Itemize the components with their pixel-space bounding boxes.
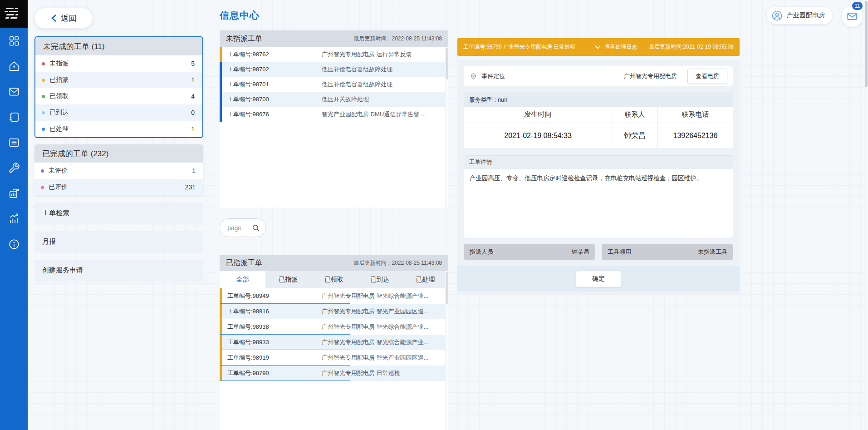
unread-count-badge: 11 — [851, 1, 863, 11]
status-dot — [42, 95, 45, 98]
status-bar — [220, 92, 222, 107]
column-header-contact: 联系人 — [612, 107, 658, 123]
category-row-processed[interactable]: 已处理 1 — [35, 121, 202, 137]
count-badge: 1 — [192, 167, 196, 174]
search-icon[interactable] — [252, 224, 260, 232]
back-button[interactable]: 返回 — [34, 8, 93, 29]
work-detail-box: 工单详情 产业园高压、专变、低压电房定时巡检检查记录，充电桩充电站巡视检查，园区… — [464, 155, 733, 238]
assigned-panel-title: 已指派工单 — [226, 258, 262, 268]
scrollbar-thumb[interactable] — [865, 1, 868, 87]
left-panel: 返回 未完成的工单 (11) 未指派 5 已指派 1 已领取 4 已到达 — [34, 0, 203, 281]
status-bar — [220, 62, 222, 77]
order-row[interactable]: 工单编号:98676 智光产业园配电房 DMU通信异常告警 ... — [220, 107, 448, 122]
mail-icon[interactable] — [8, 86, 20, 98]
apps-icon[interactable] — [8, 35, 20, 47]
nav-create-service-request[interactable]: 创建服务申请 — [34, 260, 203, 281]
nav-monthly-report[interactable]: 月报 — [34, 231, 203, 252]
work-detail-label: 工单详情 — [464, 156, 733, 169]
nav-order-search[interactable]: 工单检索 — [34, 203, 203, 224]
panel-scrollbar[interactable] — [445, 47, 448, 208]
report-icon[interactable] — [8, 188, 20, 199]
status-bar — [220, 107, 222, 122]
home-energy-icon[interactable] — [8, 60, 20, 72]
contact-table: 发生时间 联系人 联系电话 2021-02-19 08:54:33 钟荣昌 13… — [464, 106, 733, 149]
unassigned-orders-panel: 未指派工单 最后更新时间：2022-08-25 11:43:08 工单编号:98… — [220, 30, 448, 208]
category-row-arrived[interactable]: 已到达 0 — [35, 104, 202, 121]
order-row-selected[interactable]: 工单编号:98790 广州智光专用配电房 日常巡检 — [220, 366, 448, 381]
status-dot — [42, 79, 45, 82]
order-row[interactable]: 工单编号:98762 广州智光专用配电房 运行异常反馈 — [220, 47, 448, 62]
unfinished-orders-card: 未完成的工单 (11) 未指派 5 已指派 1 已领取 4 已到达 0 — [34, 36, 203, 138]
status-dot — [42, 62, 45, 65]
list-icon[interactable] — [8, 137, 20, 148]
wrench-icon[interactable] — [8, 162, 20, 174]
work-detail-content: 产业园高压、专变、低压电房定时巡检检查记录，充电桩充电站巡视检查，园区维护。 — [464, 169, 733, 238]
table-row: 2021-02-19 08:54:33 钟荣昌 13926452136 — [464, 123, 733, 149]
user-account-chip[interactable]: 产业园配电房 — [767, 7, 832, 24]
assigned-order-list: 工单编号:98949 广州智光专用配电房 智光综合能源产业... 工单编号:98… — [220, 288, 448, 381]
tab-all[interactable]: 全部 — [220, 271, 265, 288]
banner-order-title: 工单编号:98790 广州智光专用配电房 日常巡检 — [463, 43, 575, 51]
back-label: 返回 — [61, 13, 77, 24]
order-row[interactable]: 工单编号:98919 广州智光专用配电房 智光产业园园区巡... — [220, 350, 448, 366]
view-log-button[interactable]: 查看处理日志 — [594, 43, 637, 51]
status-dot — [41, 169, 44, 173]
assigned-status-tabs: 全部 已指派 已领取 已到达 已处理 — [220, 271, 448, 288]
order-row[interactable]: 工单编号:98700 低压开关故障处理 — [220, 92, 448, 107]
page-search-input[interactable] — [227, 224, 248, 232]
tools-label: 工具领用 — [608, 248, 631, 256]
service-type-bar: 服务类型 : null — [464, 93, 733, 106]
status-bar — [220, 304, 222, 319]
order-row[interactable]: 工单编号:98949 广州智光专用配电房 智光综合能源产业... — [220, 288, 448, 304]
status-bar — [220, 319, 222, 335]
count-badge: 0 — [191, 109, 195, 116]
app-logo — [0, 0, 28, 28]
tab-assigned[interactable]: 已指派 — [265, 271, 311, 288]
confirm-button[interactable]: 确定 — [576, 271, 621, 287]
unfinished-card-title: 未完成的工单 (11) — [35, 37, 202, 55]
unassigned-updated-time: 最后更新时间：2022-08-25 11:43:08 — [353, 35, 442, 43]
tab-claimed[interactable]: 已领取 — [311, 271, 357, 288]
category-row-claimed[interactable]: 已领取 4 — [35, 88, 202, 104]
status-bar — [220, 288, 222, 304]
view-power-room-button[interactable]: 查看电房 — [687, 69, 727, 84]
tab-processed[interactable]: 已处理 — [402, 271, 448, 288]
contact-phone: 13926452136 — [657, 123, 733, 149]
order-row[interactable]: 工单编号:98702 低压补偿电容器组故障处理 — [220, 62, 448, 77]
status-dot — [42, 128, 45, 131]
notebook-icon[interactable] — [8, 111, 20, 123]
contact-person: 钟荣昌 — [612, 123, 658, 149]
category-row-unrated[interactable]: 未评价 1 — [34, 163, 203, 179]
banner-updated-time: 最后更新时间:2021-02-19 08:55:08 — [649, 43, 734, 51]
chevron-down-icon — [594, 44, 601, 49]
order-row[interactable]: 工单编号:98916 广州智光专用配电房 智光产业园园区巡... — [220, 304, 448, 319]
order-row[interactable]: 工单编号:98701 低压补偿电容器组故障处理 — [220, 77, 448, 92]
category-row-rated[interactable]: 已评价 231 — [34, 179, 203, 195]
map-pin-icon — [470, 72, 477, 80]
unassigned-order-list: 工单编号:98762 广州智光专用配电房 运行异常反馈 工单编号:98702 低… — [220, 47, 448, 122]
detail-footer: 确定 — [457, 266, 740, 292]
finished-card-title: 已完成的工单 (232) — [34, 144, 203, 163]
trend-icon[interactable] — [8, 213, 20, 225]
tab-arrived[interactable]: 已到达 — [357, 271, 402, 288]
info-icon[interactable] — [8, 238, 20, 250]
count-badge: 1 — [191, 125, 195, 133]
count-badge: 231 — [185, 183, 196, 191]
category-row-unassigned[interactable]: 未指派 5 — [35, 55, 202, 72]
category-row-assigned[interactable]: 已指派 1 — [35, 72, 202, 88]
status-bar — [220, 335, 222, 350]
panel-scrollbar[interactable] — [445, 271, 448, 430]
order-row[interactable]: 工单编号:98938 广州智光专用配电房 智光综合能源产业... — [220, 319, 448, 335]
unassigned-panel-title: 未指派工单 — [226, 34, 262, 44]
occurrence-time: 2021-02-19 08:54:33 — [464, 123, 612, 149]
order-row[interactable]: 工单编号:98933 广州智光专用配电房 智光综合能源产业... — [220, 335, 448, 350]
user-icon — [771, 10, 783, 21]
count-badge: 1 — [191, 76, 195, 84]
page-scrollbar[interactable] — [864, 0, 868, 430]
status-bar — [220, 47, 222, 62]
tools-value: 未指派工具 — [698, 248, 727, 256]
assignee-value: 钟荣昌 — [572, 248, 589, 256]
page-search-box[interactable] — [220, 218, 266, 237]
assigned-updated-time: 最后更新时间：2022-08-25 11:43:08 — [353, 259, 442, 267]
chevron-left-icon — [51, 14, 57, 22]
